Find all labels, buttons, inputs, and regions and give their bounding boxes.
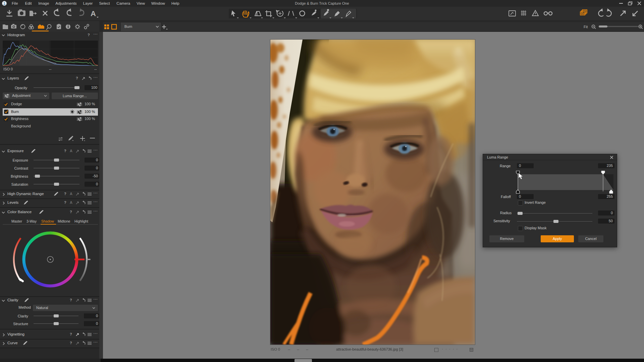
svg-text:Fit: Fit [584, 25, 588, 29]
svg-text:A: A [91, 9, 96, 18]
